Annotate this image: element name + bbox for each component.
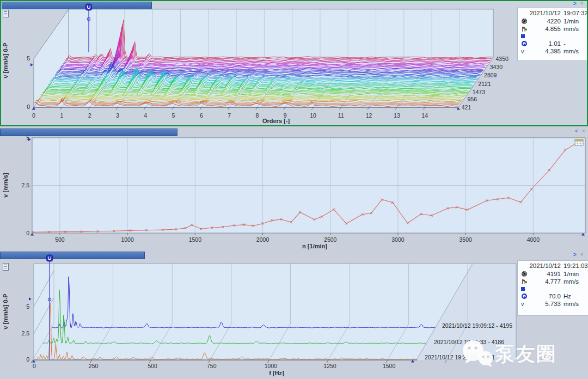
flags-icon (521, 26, 528, 32)
flags-icon (521, 278, 528, 285)
svg-text:0: 0 (26, 356, 29, 363)
expand-icon[interactable]: > (573, 1, 578, 7)
svg-text:2.5: 2.5 (21, 182, 29, 188)
info-date-row: 2021/10/12 19:07:32 (518, 9, 588, 17)
panel-list-icon[interactable] (3, 10, 9, 17)
svg-text:3000: 3000 (391, 236, 405, 243)
svg-text:500: 500 (55, 236, 65, 243)
svg-text:1473: 1473 (473, 89, 486, 95)
svg-text:1250: 1250 (323, 363, 336, 369)
svg-text:2809: 2809 (484, 72, 497, 78)
svg-text:7: 7 (228, 112, 231, 119)
svg-text:3: 3 (116, 112, 119, 119)
svg-text:5: 5 (27, 55, 30, 62)
info-row-marker (518, 33, 588, 40)
blue-square-icon (521, 287, 525, 291)
info-row-v: v 5.733 mm/s (518, 300, 588, 308)
panel-order-waterfall: 01234567891011121314Orders [-]50v [mm/s]… (0, 0, 588, 126)
svg-text:2000: 2000 (256, 236, 270, 243)
v-value: 4.395 (529, 48, 564, 54)
cursor-info-panel-top: 2021/10/12 19:07:32 4220 1/min 4.855 mm/… (517, 8, 588, 61)
svg-text:0: 0 (33, 363, 36, 369)
info-date-row: 2021/10/12 19:21:03 (518, 262, 588, 270)
svg-text:4000: 4000 (527, 236, 540, 243)
order-value: 1.01 (529, 40, 564, 47)
speed-value: 4220 (529, 18, 564, 25)
v-unit: mm/s (564, 48, 585, 54)
panel-speed-trend: 5001000150020002500300035004000n [1/min]… (0, 126, 588, 250)
speed-unit: 1/min (564, 271, 585, 277)
svg-text:4350: 4350 (495, 56, 509, 62)
svg-text:11: 11 (338, 112, 344, 119)
info-time: 19:21:03 (564, 262, 585, 269)
freq-unit: Hz (564, 293, 585, 299)
v-value: 5.733 (529, 301, 564, 307)
svg-text:1500: 1500 (189, 236, 202, 243)
svg-text:2021/10/12 19:21:03 - 4191: 2021/10/12 19:21:03 - 4191 (425, 354, 495, 360)
svg-text:500: 500 (148, 363, 157, 369)
info-row-v: v 4.395 mm/s (518, 47, 588, 56)
blue-square-icon (521, 34, 525, 38)
v-unit: mm/s (564, 301, 585, 307)
svg-text:2500: 2500 (324, 236, 337, 243)
info-row-order: 1.01 - (518, 40, 588, 48)
info-row-speed: 4220 1/min (518, 17, 588, 26)
app-window: 01234567891011121314Orders [-]50v [mm/s]… (0, 0, 588, 379)
svg-text:5: 5 (172, 112, 175, 119)
svg-text:1000: 1000 (265, 363, 278, 369)
info-date: 2021/10/12 (529, 10, 564, 16)
svg-text:v [mm/s]: v [mm/s] (2, 173, 9, 198)
speed-value: 4191 (529, 271, 564, 277)
peak-value: 4.777 (529, 278, 564, 285)
waterfall-plot[interactable]: 01234567891011121314Orders [-]50v [mm/s]… (0, 0, 588, 125)
svg-text:2: 2 (88, 112, 91, 119)
peak-unit: mm/s (564, 278, 585, 285)
svg-text:0: 0 (26, 230, 29, 236)
info-row-speed: 4191 1/min (518, 270, 588, 278)
info-row-peak: 4.855 mm/s (518, 25, 588, 33)
spectrum-plot[interactable]: 2021/10/12 19:09:12 - 41952021/10/12 19:… (0, 250, 588, 379)
svg-text:0: 0 (32, 112, 35, 119)
trend-plot[interactable]: 5001000150020002500300035004000n [1/min]… (0, 126, 588, 250)
svg-text:13: 13 (394, 112, 400, 119)
svg-text:1000: 1000 (121, 236, 134, 243)
svg-text:1500: 1500 (383, 363, 396, 369)
svg-text:v [mm/s] 0-P: v [mm/s] 0-P (2, 42, 9, 78)
svg-text:Orders [-]: Orders [-] (262, 118, 290, 124)
info-row-peak: 4.777 mm/s (518, 278, 588, 286)
svg-text:f [Hz]: f [Hz] (269, 370, 284, 376)
svg-text:3430: 3430 (490, 64, 503, 70)
svg-text:0: 0 (27, 103, 30, 110)
v-cursor-label: v (521, 301, 529, 307)
expand-icon[interactable]: > (573, 252, 578, 258)
svg-text:2121: 2121 (478, 81, 491, 87)
svg-text:3500: 3500 (459, 236, 472, 243)
svg-text:5: 5 (26, 303, 29, 310)
close-icon[interactable]: × (580, 252, 585, 258)
collapse-icon[interactable]: < (575, 128, 579, 134)
mini-table-icon[interactable] (575, 139, 583, 145)
svg-text:1: 1 (60, 112, 63, 119)
svg-text:n [1/min]: n [1/min] (302, 243, 327, 249)
close-icon[interactable]: × (582, 128, 586, 134)
svg-text:4: 4 (144, 112, 147, 119)
svg-text:14: 14 (421, 112, 428, 119)
svg-text:v [mm/s] 0-P: v [mm/s] 0-P (2, 294, 9, 329)
svg-text:956: 956 (467, 96, 477, 102)
info-row-marker (518, 286, 588, 292)
svg-text:421: 421 (462, 104, 471, 111)
blue-donut-icon (521, 40, 528, 47)
info-row-freq: 70.0 Hz (518, 292, 588, 301)
svg-text:8: 8 (255, 112, 259, 119)
panel-header-buttons: > × (573, 252, 584, 258)
info-time: 19:07:32 (564, 10, 585, 16)
close-icon[interactable]: × (580, 1, 585, 7)
speed-unit: 1/min (564, 18, 585, 25)
info-date: 2021/10/12 (529, 262, 564, 269)
freq-value: 70.0 (529, 293, 564, 299)
panel-list-icon[interactable] (3, 263, 9, 271)
panel-spectrum-compare: 2021/10/12 19:09:12 - 41952021/10/12 19:… (0, 250, 588, 379)
svg-text:2021/10/12 19:15:33 - 4186: 2021/10/12 19:15:33 - 4186 (434, 339, 504, 345)
blue-donut-icon (521, 293, 528, 299)
peak-value: 4.855 (529, 26, 564, 32)
